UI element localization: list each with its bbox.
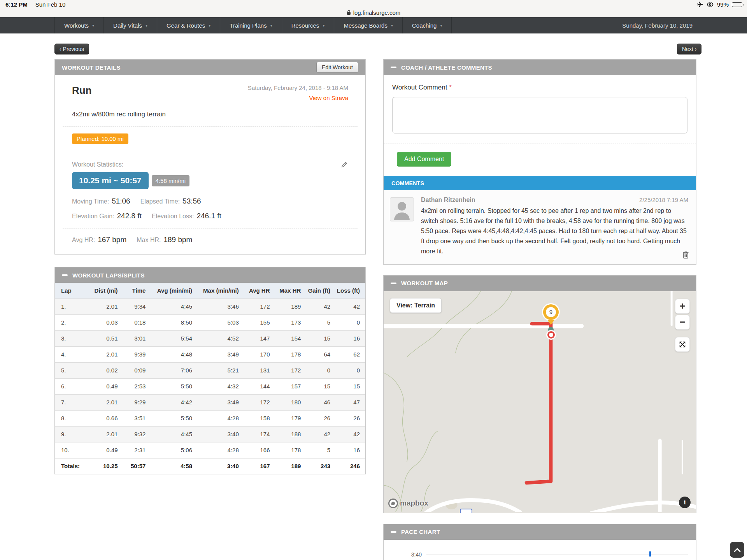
lap-cell: 0.03 [86, 314, 123, 330]
comment-timestamp: 2/25/2018 7:19 AM [639, 197, 688, 203]
lap-cell: 144 [244, 378, 275, 394]
elevation-gain-value: 242.8 ft [117, 212, 142, 220]
lap-cell: 16 [336, 442, 365, 458]
nav-item-label: Resources [291, 22, 319, 29]
laps-header-row: LapDist (mi)TimeAvg (min/mi)Max (min/mi)… [55, 283, 365, 298]
map-attribution-info-icon[interactable]: i [679, 497, 691, 508]
lap-cell: 0 [336, 314, 365, 330]
lap-cell: 178 [275, 346, 307, 362]
map-view-terrain-button[interactable]: View: Terrain [390, 298, 442, 313]
map-fullscreen-button[interactable] [675, 337, 690, 352]
nav-item-message-boards[interactable]: Message Boards▾ [334, 17, 402, 33]
lap-cell: 4:42 [151, 394, 198, 410]
add-comment-button[interactable]: Add Comment [397, 152, 451, 167]
status-left: 6:12 PM Sun Feb 10 [5, 1, 65, 8]
map-zoom-in-button[interactable]: + [675, 299, 690, 314]
lap-cell: 3:40 [198, 458, 244, 474]
lap-cell: 42 [306, 426, 336, 442]
chevron-down-icon: ▾ [440, 23, 442, 28]
comment-form: Workout Comment * Add Comment [384, 75, 696, 176]
lap-cell: 189 [275, 298, 307, 314]
hotspot-icon [707, 2, 714, 7]
lap-cell: 9:32 [123, 426, 151, 442]
scroll-to-top-button[interactable] [730, 542, 744, 558]
map-pin-marker[interactable]: 9 [542, 304, 559, 325]
nav-item-workouts[interactable]: Workouts▾ [54, 17, 103, 33]
nav-item-daily-vitals[interactable]: Daily Vitals▾ [103, 17, 157, 33]
lap-cell: 7. [55, 394, 86, 410]
lap-cell: 15 [336, 378, 365, 394]
edit-workout-button[interactable]: Edit Workout [316, 62, 358, 73]
lap-cell: 26 [306, 410, 336, 426]
pace-chart-panel: PACE CHART 3:40 [383, 524, 696, 560]
collapse-icon[interactable] [391, 67, 396, 68]
required-asterisk: * [449, 84, 452, 91]
lap-cell: 4:58 [151, 458, 198, 474]
collapse-icon[interactable] [62, 274, 68, 276]
nav-item-resources[interactable]: Resources▾ [282, 17, 334, 33]
nav-item-training-plans[interactable]: Training Plans▾ [220, 17, 281, 33]
highway-shield [460, 509, 472, 513]
delete-comment-trash-icon[interactable] [682, 251, 689, 259]
nav-item-gear-routes[interactable]: Gear & Routes▾ [157, 17, 220, 33]
view-on-strava-link[interactable]: View on Strava [248, 95, 348, 101]
lap-cell: 3. [55, 330, 86, 346]
pace-gridline [426, 555, 688, 555]
lap-cell: 5:54 [151, 330, 198, 346]
chevron-down-icon: ▾ [146, 23, 147, 28]
map-zoom-out-button[interactable]: − [675, 315, 690, 330]
workout-datetime: Saturday, February 24, 2018 - 9:18 AM [248, 84, 348, 91]
lap-cell: 179 [275, 410, 307, 426]
elapsed-time-label: Elapsed Time: [140, 198, 180, 205]
lap-cell: 47 [336, 394, 365, 410]
mapbox-logo[interactable]: mapbox [388, 499, 428, 508]
previous-workout-button[interactable]: ‹ Previous [54, 44, 89, 54]
comment-text: 4x2mi on roiling terrain. Stopped for 45… [421, 206, 688, 256]
status-right: 99% [697, 1, 742, 8]
lap-cell: 173 [275, 314, 307, 330]
column-header: Avg (min/mi) [151, 283, 198, 298]
nav-item-label: Workouts [64, 22, 89, 29]
workout-comment-input[interactable] [392, 97, 687, 133]
lap-cell: 189 [275, 458, 307, 474]
elevation-gain-label: Elevation Gain: [72, 213, 114, 220]
lap-cell: 180 [275, 394, 307, 410]
collapse-icon[interactable] [391, 531, 396, 533]
lap-cell: 8. [55, 410, 86, 426]
map-pin-label: 9 [546, 307, 556, 317]
column-header: Time [123, 283, 151, 298]
elevation-loss-label: Elevation Loss: [152, 213, 194, 220]
lap-cell: 5. [55, 362, 86, 378]
lap-cell: 3:01 [123, 330, 151, 346]
planned-distance-badge: Planned: 10.00 mi [72, 133, 128, 144]
lap-cell: 4:28 [198, 410, 244, 426]
url-bar[interactable]: log.finalsurge.com [0, 8, 747, 17]
laps-table: LapDist (mi)TimeAvg (min/mi)Max (min/mi)… [55, 283, 365, 474]
lap-cell: 4:48 [151, 346, 198, 362]
laps-splits-title: WORKOUT LAPS/SPLITS [72, 272, 145, 279]
lap-cell: 4:52 [198, 330, 244, 346]
collapse-icon[interactable] [391, 283, 396, 284]
pace-series-mark [649, 551, 651, 556]
lap-cell: 174 [244, 426, 275, 442]
mapbox-icon [388, 499, 398, 508]
lap-cell: 5 [306, 314, 336, 330]
column-header: Loss (ft) [336, 283, 365, 298]
comments-section-header: COMMENTS [384, 176, 696, 190]
lap-cell: 2.01 [86, 346, 123, 362]
map-canvas[interactable] [384, 291, 696, 513]
lap-cell: 42 [336, 298, 365, 314]
lap-cell: 5 [306, 442, 336, 458]
lap-cell: 4. [55, 346, 86, 362]
table-row: 8.0.663:515:504:281581792626 [55, 410, 365, 426]
nav-item-coaching[interactable]: Coaching▾ [402, 17, 452, 33]
lap-cell: 155 [244, 314, 275, 330]
edit-statistics-pencil-icon[interactable] [341, 161, 348, 168]
map-area: 9 View: Terrain + − mapbox i [384, 291, 696, 513]
lap-cell: 2:53 [123, 378, 151, 394]
table-row: 4.2.019:394:483:491701786462 [55, 346, 365, 362]
pace-axis-tick: 3:40 [404, 551, 422, 558]
lap-cell: 8:50 [151, 314, 198, 330]
next-workout-button[interactable]: Next › [677, 44, 701, 54]
lap-cell: 5:50 [151, 410, 198, 426]
